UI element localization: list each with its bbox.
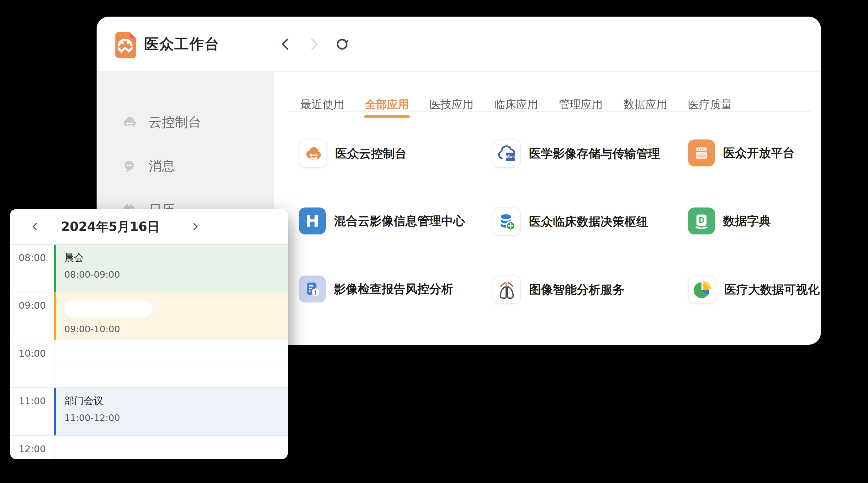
event-time: 09:00-10:00 xyxy=(64,324,288,334)
app-image-storage[interactable]: Mas 医学影像存储与传输管理 xyxy=(493,139,660,168)
app-bigdata-visualization[interactable]: 医疗大数据可视化 xyxy=(688,276,820,304)
tab-all-apps[interactable]: 全部应用 xyxy=(365,97,409,112)
tab-data[interactable]: 数据应用 xyxy=(623,97,667,112)
app-image-ai-analysis[interactable]: 图像智能分析服务 xyxy=(493,276,624,304)
time-label: 11:00 xyxy=(10,395,46,407)
sidebar-item-messages[interactable]: 消息 xyxy=(121,156,175,176)
page-title: 医众工作台 xyxy=(144,17,219,71)
event-time: 08:00-09:00 xyxy=(64,269,288,280)
time-label: 10:00 xyxy=(10,348,46,359)
refresh-icon[interactable] xyxy=(334,36,350,52)
calendar-event-department-meeting[interactable]: 部门会议 11:00-12:00 xyxy=(54,388,288,436)
app-logo-icon xyxy=(111,30,139,58)
sidebar-item-cloud-console[interactable]: 云控制台 xyxy=(121,112,201,132)
database-plus-icon xyxy=(493,207,521,236)
calendar-prev-day-icon[interactable] xyxy=(24,209,46,244)
app-label: 影像检查报告风控分析 xyxy=(334,281,453,297)
event-title: 晨会 xyxy=(64,251,288,264)
back-icon[interactable] xyxy=(278,36,294,52)
tab-medtech[interactable]: 医技应用 xyxy=(430,97,473,112)
tab-quality[interactable]: 医疗质量 xyxy=(688,97,732,112)
app-label: 数据字典 xyxy=(723,213,771,229)
app-open-platform[interactable]: </> 医众开放平台 xyxy=(688,139,795,166)
time-label: 08:00 xyxy=(10,252,46,263)
half-hour-line xyxy=(54,363,288,364)
app-cloud-console[interactable]: 医众云控制台 xyxy=(299,139,407,168)
app-hybrid-cloud-center[interactable]: H 混合云影像信息管理中心 xyxy=(299,207,465,234)
calendar-date: 2024年5月16日 xyxy=(48,209,173,244)
dictionary-book-icon: D xyxy=(688,207,715,234)
nav-buttons xyxy=(278,17,350,71)
sidebar-item-label: 消息 xyxy=(149,157,175,175)
svg-text:Mas: Mas xyxy=(505,155,515,159)
report-alert-icon: ! xyxy=(299,276,326,302)
calendar-event-redacted[interactable]: 09:00-10:00 xyxy=(54,292,288,340)
cloud-console-icon xyxy=(121,114,137,130)
app-label: 医众云控制台 xyxy=(335,146,407,162)
app-data-dictionary[interactable]: D 数据字典 xyxy=(688,207,771,234)
tab-divider xyxy=(288,111,811,111)
app-label: 医疗大数据可视化 xyxy=(724,282,820,298)
app-label: 混合云影像信息管理中心 xyxy=(334,213,465,229)
tab-management[interactable]: 管理应用 xyxy=(559,97,603,112)
app-label: 医众开放平台 xyxy=(723,145,795,161)
time-label: 12:00 xyxy=(10,444,46,454)
cloud-sliders-icon xyxy=(299,139,327,168)
letter-h-icon: H xyxy=(299,207,326,234)
event-time: 11:00-12:00 xyxy=(64,413,288,423)
titlebar: 医众工作台 xyxy=(97,17,821,71)
event-title: 部门会议 xyxy=(64,394,288,408)
forward-icon[interactable] xyxy=(306,36,322,52)
code-window-icon: </> xyxy=(688,139,715,166)
lungs-icon xyxy=(493,276,521,304)
time-label: 09:00 xyxy=(10,300,46,311)
mas-cloud-icon: Mas xyxy=(493,139,521,168)
pie-chart-icon xyxy=(688,276,716,304)
svg-text:D: D xyxy=(699,216,705,225)
calendar-next-day-icon[interactable] xyxy=(184,209,206,244)
screenshot-stage: 医众工作台 xyxy=(0,0,868,483)
app-clinical-data-hub[interactable]: 医众临床数据决策枢纽 xyxy=(493,207,648,236)
message-bubble-icon xyxy=(121,158,137,174)
hour-line xyxy=(10,436,288,436)
tab-recent[interactable]: 最近使用 xyxy=(301,97,344,112)
app-label: 医学影像存储与传输管理 xyxy=(529,146,660,162)
tab-clinical[interactable]: 临床应用 xyxy=(494,97,538,112)
svg-text:</>: </> xyxy=(697,153,706,158)
hour-line xyxy=(10,340,288,341)
calendar-header: 2024年5月16日 xyxy=(10,209,288,244)
sidebar-item-label: 云控制台 xyxy=(149,114,201,131)
redacted-title-pill xyxy=(64,300,152,317)
app-label: 医众临床数据决策枢纽 xyxy=(529,214,648,230)
app-report-risk-analysis[interactable]: ! 影像检查报告风控分析 xyxy=(299,276,453,302)
calendar-event-morning-meeting[interactable]: 晨会 08:00-09:00 xyxy=(54,245,288,292)
calendar-panel: 2024年5月16日 08:00 09:00 10:00 11:00 12:00… xyxy=(10,209,288,459)
tab-bar: 最近使用 全部应用 医技应用 临床应用 管理应用 数据应用 医疗质量 xyxy=(301,97,732,112)
svg-text:!: ! xyxy=(314,289,317,296)
app-label: 图像智能分析服务 xyxy=(529,282,624,298)
